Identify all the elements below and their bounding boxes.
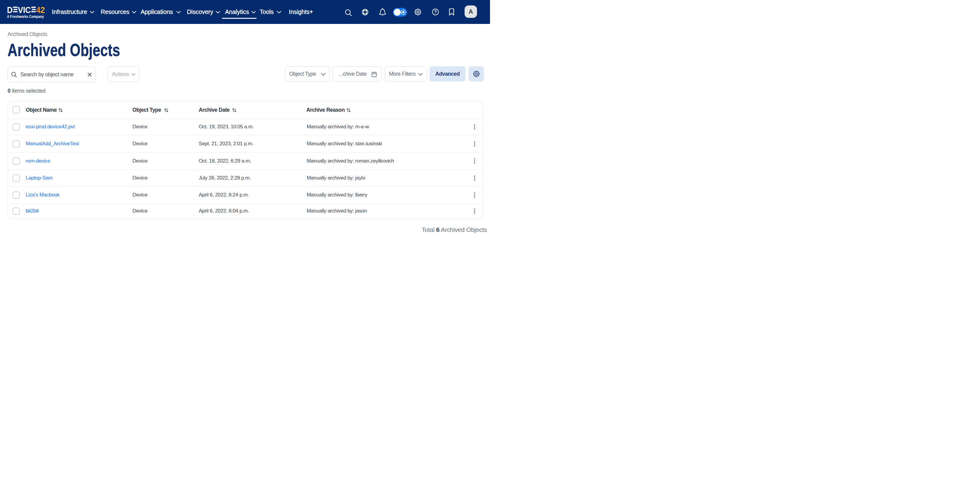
svg-text:D: D (7, 6, 13, 15)
svg-text:42: 42 (36, 6, 45, 15)
svg-text:?: ? (434, 10, 436, 14)
svg-text:VIC: VIC (18, 6, 31, 15)
svg-text:A Freshworks Company: A Freshworks Company (7, 14, 44, 19)
